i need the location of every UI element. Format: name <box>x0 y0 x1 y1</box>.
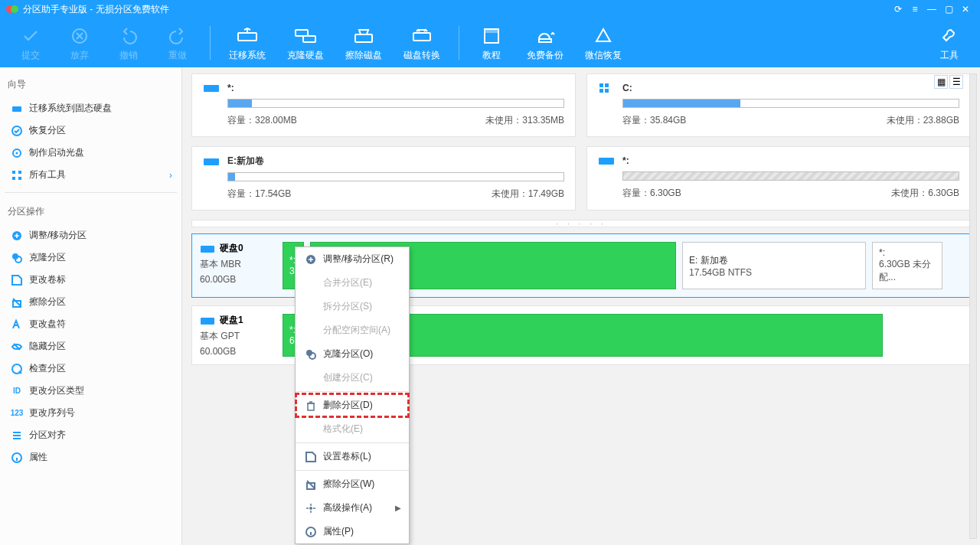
sidebar-guide-item[interactable]: 恢复分区 <box>5 119 177 142</box>
main-toolbar: 提交 放弃 撤销 重做 迁移系统 克隆硬盘 擦除磁盘 磁盘转换 教程 免费备份 … <box>0 18 980 67</box>
disk-name: 硬盘0 <box>220 242 243 255</box>
convert-disk-button[interactable]: 磁盘转换 <box>393 24 451 62</box>
svg-rect-28 <box>605 89 609 93</box>
view-grid-icon[interactable]: ▦ <box>934 75 948 89</box>
svg-point-1 <box>11 5 18 13</box>
svg-rect-7 <box>413 33 430 41</box>
label-icon <box>303 451 318 463</box>
svg-point-20 <box>15 256 21 263</box>
context-menu-item[interactable]: 高级操作(A)▶ <box>296 496 409 520</box>
sidebar-ops-item[interactable]: 调整/移动分区 <box>5 224 177 246</box>
clone-icon <box>9 252 24 264</box>
migrate-os-button[interactable]: 迁移系统 <box>218 24 276 62</box>
sidebar-ops-item[interactable]: ID更改分区类型 <box>5 380 177 402</box>
wipe-disk-button[interactable]: 擦除磁盘 <box>335 24 393 62</box>
partition-block[interactable]: *:6.30GB 未分配... <box>872 242 942 289</box>
svg-rect-17 <box>18 177 21 180</box>
wipe-icon <box>303 478 318 491</box>
grid-icon <box>9 169 24 181</box>
disk-info: 硬盘0基本 MBR60.00GB <box>200 242 273 289</box>
volume-card[interactable]: *:容量：6.30GB未使用：6.30GB <box>586 146 971 210</box>
sidebar-guide-item[interactable]: 制作启动光盘 <box>5 142 177 164</box>
disk-icon <box>9 103 24 115</box>
sidebar-item-label: 迁移系统到固态硬盘 <box>29 102 112 115</box>
tutorial-button[interactable]: 教程 <box>467 24 516 62</box>
refresh-icon[interactable]: ⟳ <box>890 4 906 15</box>
capacity-label: 容量：17.54GB <box>227 188 291 201</box>
disk-size: 60.00GB <box>200 274 273 285</box>
capacity-label: 容量：328.00MB <box>227 114 297 127</box>
context-menu-item[interactable]: 调整/移动分区(R) <box>296 247 409 271</box>
svg-rect-30 <box>599 158 614 165</box>
clone-disk-button[interactable]: 克隆硬盘 <box>276 24 335 62</box>
partition-block[interactable]: E: 新加卷17.54GB NTFS <box>682 242 866 289</box>
sidebar-guide-item[interactable]: 迁移系统到固态硬盘 <box>5 97 177 119</box>
sidebar-item-label: 更改盘符 <box>29 318 66 331</box>
svg-rect-14 <box>12 171 15 174</box>
letter-icon <box>9 318 24 331</box>
svg-point-35 <box>309 353 315 359</box>
backup-button[interactable]: 免费备份 <box>516 24 574 62</box>
svg-rect-24 <box>204 85 219 92</box>
volume-card[interactable]: E:新加卷容量：17.54GB未使用：17.49GB <box>191 146 576 210</box>
volume-card[interactable]: C:容量：35.84GB未使用：23.88GB <box>586 73 971 137</box>
trash-icon <box>303 400 318 412</box>
sidebar-ops-item[interactable]: 123更改序列号 <box>5 402 177 424</box>
free-label: 未使用：23.88GB <box>887 114 959 127</box>
view-list-icon[interactable]: ☰ <box>949 75 963 89</box>
capacity-label: 容量：6.30GB <box>622 187 681 200</box>
sidebar-item-label: 恢复分区 <box>29 124 66 137</box>
partition-size: 17.54GB NTFS <box>689 267 859 278</box>
sidebar-ops-item[interactable]: 隐藏分区 <box>5 335 177 357</box>
sidebar-ops-item[interactable]: 检查分区 <box>5 357 177 380</box>
scrollbar[interactable] <box>969 73 977 539</box>
tools-button[interactable]: 工具 <box>925 24 974 62</box>
volume-name: *: <box>227 83 234 93</box>
sidebar-item-label: 擦除分区 <box>29 295 66 308</box>
minimize-icon[interactable]: — <box>923 4 940 15</box>
sidebar-guide-item[interactable]: 所有工具› <box>5 164 177 186</box>
context-menu-item[interactable]: 删除分区(D) <box>296 393 409 417</box>
sidebar-ops-item[interactable]: 分区对齐 <box>5 424 177 446</box>
usage-bar <box>227 99 564 108</box>
wechat-recover-button[interactable]: 微信恢复 <box>574 24 632 62</box>
context-menu-item[interactable]: 擦除分区(W) <box>296 472 409 496</box>
view-toggle[interactable]: ▦ ☰ <box>934 75 963 89</box>
sidebar-ops-item[interactable]: 克隆分区 <box>5 246 177 269</box>
sidebar-ops-item[interactable]: 更改盘符 <box>5 313 177 335</box>
context-menu-item[interactable]: 设置卷标(L) <box>296 445 409 468</box>
svg-rect-15 <box>18 171 21 174</box>
context-menu-item[interactable]: 属性(P) <box>296 520 409 543</box>
svg-rect-27 <box>599 89 603 93</box>
label-icon <box>9 274 24 286</box>
volume-icon <box>203 155 220 168</box>
partition-block[interactable] <box>338 314 883 357</box>
svg-rect-4 <box>296 30 308 36</box>
svg-rect-25 <box>599 83 603 87</box>
info-icon <box>9 452 24 464</box>
splitter-handle[interactable]: · · · · · <box>191 220 971 227</box>
svg-rect-36 <box>308 403 314 410</box>
disk-type: 基本 GPT <box>200 330 273 343</box>
context-menu-label: 克隆分区(O) <box>323 348 373 361</box>
app-title: 分区助手专业版 - 无损分区免费软件 <box>23 3 890 16</box>
sidebar-item-label: 克隆分区 <box>29 251 66 264</box>
volume-name: E:新加卷 <box>227 155 264 168</box>
capacity-label: 容量：35.84GB <box>622 114 686 127</box>
menu-icon[interactable]: ≡ <box>906 4 923 15</box>
sidebar-ops-item[interactable]: 属性 <box>5 446 177 468</box>
close-icon[interactable]: ✕ <box>957 4 974 15</box>
sidebar-item-label: 更改分区类型 <box>29 384 84 397</box>
volume-card[interactable]: *:容量：328.00MB未使用：313.35MB <box>191 73 576 137</box>
context-menu-item[interactable]: 克隆分区(O) <box>296 342 409 366</box>
serial-icon: 123 <box>9 409 24 417</box>
partition-name: E: 新加卷 <box>689 254 859 267</box>
sidebar-ops-header: 分区操作 <box>5 199 177 224</box>
svg-rect-31 <box>201 246 214 253</box>
sidebar-ops-item[interactable]: 擦除分区 <box>5 291 177 313</box>
sidebar-ops-item[interactable]: 更改卷标 <box>5 269 177 291</box>
disk-type: 基本 MBR <box>200 258 273 271</box>
usage-bar <box>622 171 959 181</box>
maximize-icon[interactable]: ▢ <box>940 4 957 15</box>
sidebar-item-label: 检查分区 <box>29 362 66 375</box>
